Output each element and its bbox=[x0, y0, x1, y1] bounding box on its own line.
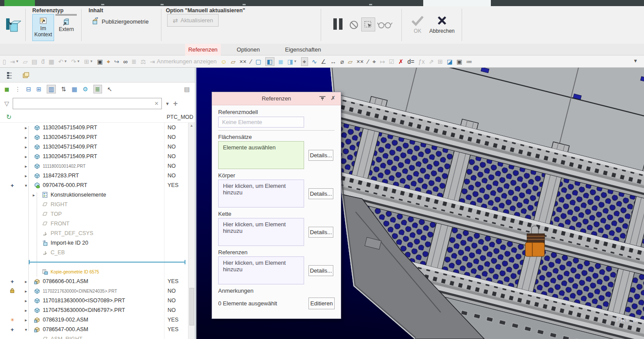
tree-scrollbar[interactable]: ▲ bbox=[188, 123, 195, 339]
save-copy-button[interactable]: ▦ bbox=[48, 59, 54, 65]
tree-row[interactable]: ASM_RIGHT bbox=[0, 334, 188, 339]
tree-row[interactable]: RIGHT bbox=[0, 200, 188, 209]
tree-row[interactable]: FRONT bbox=[0, 219, 188, 228]
editieren-button[interactable]: Editieren bbox=[308, 297, 335, 309]
tree-item-label[interactable]: 11701813630000<ISO7089>.PRT bbox=[43, 297, 125, 304]
new-file-button[interactable]: ▯ bbox=[3, 59, 6, 65]
tree-item-label[interactable]: FRONT bbox=[51, 221, 69, 227]
active-document-tab[interactable] bbox=[423, 0, 491, 6]
details-button[interactable]: Details... bbox=[308, 188, 333, 199]
collector-box[interactable]: Elemente auswählen bbox=[218, 141, 304, 169]
publish-button[interactable]: ⇗ bbox=[428, 59, 434, 65]
tree-row[interactable]: ▸11847283.PRTNO bbox=[0, 171, 188, 180]
expand-tree-button[interactable]: ⊞ bbox=[36, 86, 41, 92]
grid-display-button[interactable]: ≣ bbox=[131, 59, 137, 65]
folder-browser-tab-icon[interactable] bbox=[22, 71, 30, 79]
extern-button[interactable]: Extern bbox=[55, 16, 77, 41]
tree-row[interactable]: ▸11702217630000<DINEN24035>.PRTNO bbox=[0, 286, 188, 296]
tree-item-label[interactable]: 0786606-001.ASM bbox=[43, 278, 88, 284]
tree-row[interactable]: ▸11302045715409.PRTNO bbox=[0, 132, 188, 142]
tree-row[interactable]: TOP bbox=[0, 209, 188, 219]
show-item-button[interactable]: ◼ bbox=[4, 86, 10, 92]
expand-arrow-icon[interactable]: ▸ bbox=[25, 279, 27, 284]
point-tool-button[interactable]: ×× bbox=[356, 59, 363, 65]
expand-arrow-icon[interactable]: ▾ bbox=[25, 183, 27, 188]
collector-box[interactable]: Hier klicken, um Element hinzuzu bbox=[218, 256, 304, 284]
tree-item-label[interactable]: 11302045715409.PRT bbox=[43, 153, 97, 159]
tree-item-label[interactable]: 11118001001402.PRT bbox=[43, 163, 86, 169]
open-model-button-caret[interactable]: ▼ bbox=[15, 60, 19, 63]
find-binoculars-button[interactable]: ∞ bbox=[123, 59, 127, 65]
parameters-button[interactable]: ƒx bbox=[418, 59, 425, 65]
tree-row[interactable]: +▾0970476-000.PRTYES bbox=[0, 180, 188, 190]
details-button[interactable]: Details... bbox=[308, 150, 333, 161]
tree-row[interactable]: ▸11302045715409.PRTNO bbox=[0, 142, 188, 152]
dimension-visibility-button[interactable]: ↔ bbox=[330, 59, 336, 65]
expand-arrow-icon[interactable]: ▸ bbox=[25, 298, 27, 303]
tree-item-label[interactable]: 0786547-000.ASM bbox=[43, 326, 88, 332]
csys-tool-button[interactable]: ⌖ bbox=[373, 59, 376, 65]
display-style-menu-button[interactable]: ◨▼ bbox=[287, 59, 297, 65]
tree-row[interactable]: ▸11701813630000<ISO7089>.PRTNO bbox=[0, 296, 188, 305]
undo-button-caret[interactable]: ▼ bbox=[64, 60, 67, 63]
tree-item-label[interactable]: 0786319-002.ASM bbox=[43, 317, 88, 323]
save-button[interactable]: ▤ bbox=[31, 59, 37, 65]
expand-arrow-icon[interactable]: ▸ bbox=[25, 135, 27, 140]
tree-row[interactable]: ✳▸0786319-002.ASMYES bbox=[0, 315, 188, 325]
regenerate-button-caret[interactable]: ▼ bbox=[89, 60, 93, 63]
tree-settings-button[interactable]: ▤ bbox=[184, 86, 190, 93]
tree-row[interactable]: +▸0786606-001.ASMYES bbox=[0, 277, 188, 286]
pause-button[interactable] bbox=[332, 17, 344, 32]
dialog-close-icon[interactable]: ✗ bbox=[331, 95, 336, 101]
spin-center-toggle-button[interactable]: ⌖ bbox=[301, 57, 308, 66]
expand-arrow-icon[interactable]: ▸ bbox=[25, 154, 27, 159]
shaded-edges-style-button[interactable]: ◧ bbox=[265, 57, 274, 66]
dialog-dock-icon[interactable] bbox=[319, 96, 326, 101]
referenzmodell-input[interactable]: Keine Elemente bbox=[218, 117, 304, 128]
mass-properties-button[interactable]: ⚖ bbox=[140, 59, 146, 65]
tree-row[interactable]: +▾0786547-000.ASMYES bbox=[0, 325, 188, 334]
expand-arrow-icon[interactable]: ▸ bbox=[25, 145, 27, 149]
in-context-button[interactable]: Im Kontext bbox=[32, 14, 54, 41]
collector-box[interactable]: Hier klicken, um Element hinzuzu bbox=[218, 218, 304, 246]
point-visibility-button[interactable]: ×× bbox=[240, 59, 247, 65]
tree-item-label[interactable]: Import-ke ID 20 bbox=[51, 240, 88, 246]
scroll-up-arrow[interactable]: ▲ bbox=[190, 124, 193, 128]
details-button[interactable]: Details... bbox=[308, 265, 333, 276]
tree-row[interactable]: ▸11302045715409.PRTNO bbox=[0, 123, 188, 132]
tree-filter-button[interactable]: ⇅ bbox=[61, 86, 66, 92]
tree-item-label[interactable]: 11302045715409.PRT bbox=[43, 134, 97, 140]
tree-item-label[interactable]: C_EB bbox=[51, 249, 65, 256]
expand-arrow-icon[interactable]: ▸ bbox=[33, 193, 35, 197]
details-button[interactable]: Details... bbox=[308, 227, 333, 238]
publish-geometry-item[interactable]: Publiziergeometrie bbox=[92, 17, 149, 25]
cancel-button[interactable]: Abbrechen bbox=[428, 15, 456, 34]
sync-settings-button[interactable]: ⚙ bbox=[82, 86, 88, 92]
tab-eigenschaften[interactable]: Eigenschaften bbox=[276, 44, 330, 55]
undo-button[interactable]: ↶▼ bbox=[58, 59, 67, 65]
redo-button-caret[interactable]: ▼ bbox=[77, 60, 80, 63]
show-annotations-button[interactable]: ⇥Anmerkungen anzeigen bbox=[150, 59, 217, 65]
tree-item-label[interactable]: 11704753630000<DIN6797>.PRT bbox=[43, 307, 125, 313]
scrollbar-thumb[interactable] bbox=[189, 288, 194, 325]
insert-here-separator[interactable] bbox=[0, 257, 188, 267]
delete-button[interactable]: ✗ bbox=[398, 59, 404, 65]
tree-row[interactable]: ▸11118001001402.PRTNO bbox=[0, 161, 188, 171]
select-mode-button[interactable]: ↖ bbox=[107, 86, 113, 92]
expand-arrow-icon[interactable]: ▸ bbox=[25, 173, 27, 178]
appearance-smiley-button[interactable]: ☺ bbox=[221, 59, 227, 65]
tree-row[interactable]: ▸11704753630000<DIN6797>.PRTNO bbox=[0, 305, 188, 315]
relations-button[interactable]: d= bbox=[408, 59, 414, 65]
expand-arrow-icon[interactable]: ▸ bbox=[25, 289, 27, 294]
clear-search-icon[interactable]: ✕ bbox=[154, 100, 159, 107]
diameter-tool-button[interactable]: ⌀ bbox=[340, 59, 344, 65]
tree-refresh-icon[interactable]: ↻ bbox=[6, 113, 12, 121]
csys-display-button[interactable]: ⌖ bbox=[107, 59, 110, 65]
tree-item-label[interactable]: 11302045715409.PRT bbox=[43, 144, 97, 150]
regenerate-button[interactable]: ⊞▼ bbox=[84, 59, 93, 65]
update-button[interactable]: ⇄ Aktualisieren bbox=[167, 14, 219, 27]
component-display-button[interactable]: ▣ bbox=[456, 59, 462, 65]
axis-visibility-button[interactable]: ⁄ bbox=[250, 59, 251, 65]
grip-handle[interactable]: ⋮ bbox=[15, 86, 21, 92]
show-columns-button[interactable]: ▥ bbox=[47, 85, 56, 93]
